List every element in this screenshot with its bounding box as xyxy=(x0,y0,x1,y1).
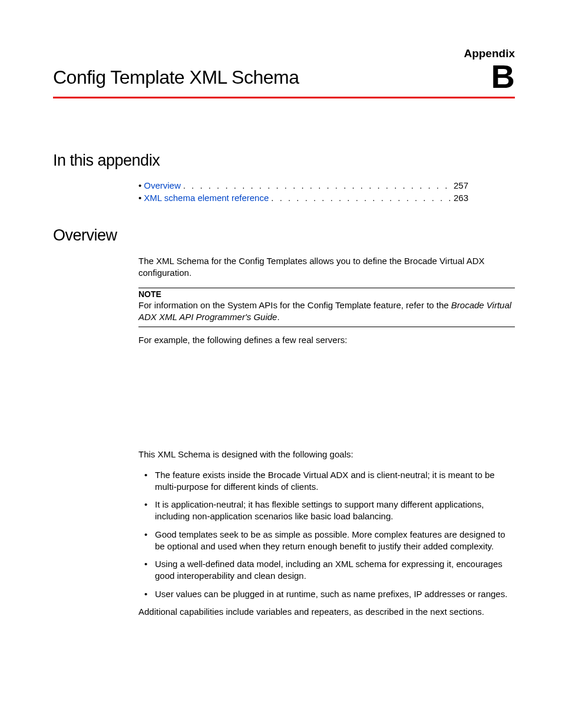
toc-link-xml-schema-ref[interactable]: XML schema element reference xyxy=(144,193,269,203)
note-block: NOTE For information on the System APIs … xyxy=(138,288,515,328)
overview-intro: The XML Schema for the Config Templates … xyxy=(138,255,515,279)
goals-list: The feature exists inside the Brocade Vi… xyxy=(138,469,515,600)
appendix-letter: B xyxy=(464,60,515,93)
note-text-post: . xyxy=(277,312,279,322)
list-item: Good templates seek to be as simple as p… xyxy=(138,529,515,553)
note-text: For information on the System APIs for t… xyxy=(138,299,515,324)
toc-item: • Overview . . . . . . . . . . . . . . .… xyxy=(138,180,468,190)
code-example-placeholder xyxy=(138,354,515,449)
chapter-header: Config Template XML Schema Appendix B xyxy=(53,47,515,93)
list-item: User values can be plugged in at runtime… xyxy=(138,588,515,600)
toc-page-number[interactable]: 263 xyxy=(454,193,468,203)
list-item: The feature exists inside the Brocade Vi… xyxy=(138,469,515,493)
overview-content: The XML Schema for the Config Templates … xyxy=(138,255,515,618)
appendix-marker: Appendix B xyxy=(464,47,515,93)
goals-intro: This XML Schema is designed with the fol… xyxy=(138,449,515,460)
note-label: NOTE xyxy=(138,289,515,299)
example-lead: For example, the following defines a few… xyxy=(138,334,515,346)
bullet-icon: • xyxy=(138,180,141,190)
toc-leader-dots: . . . . . . . . . . . . . . . . . . . . … xyxy=(183,180,451,190)
section-heading-overview: Overview xyxy=(53,226,515,245)
toc: • Overview . . . . . . . . . . . . . . .… xyxy=(138,180,468,203)
section-heading-in-this-appendix: In this appendix xyxy=(53,151,515,170)
bullet-icon: • xyxy=(138,193,141,203)
chapter-title: Config Template XML Schema xyxy=(53,67,299,93)
toc-link-overview[interactable]: Overview xyxy=(144,180,181,190)
toc-leader-dots: . . . . . . . . . . . . . . . . . . . . … xyxy=(271,193,451,203)
list-item: It is application-neutral; it has flexib… xyxy=(138,499,515,523)
toc-item: • XML schema element reference . . . . .… xyxy=(138,193,468,203)
red-divider xyxy=(53,97,515,98)
list-item: Using a well-defined data model, includi… xyxy=(138,558,515,582)
note-text-pre: For information on the System APIs for t… xyxy=(138,300,451,310)
toc-page-number[interactable]: 257 xyxy=(454,180,468,190)
closing-para: Additional capabilities include variable… xyxy=(138,606,515,618)
